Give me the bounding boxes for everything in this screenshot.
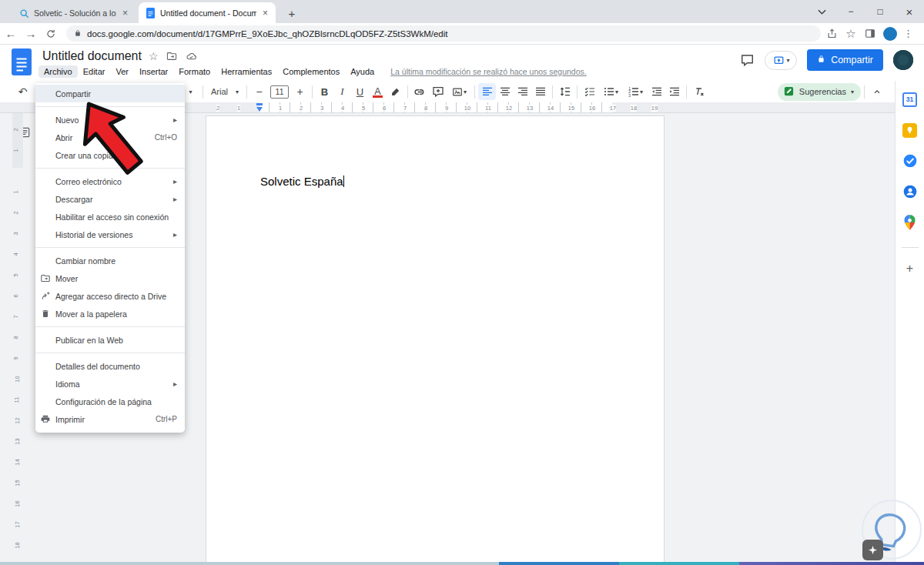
document-title[interactable]: Untitled document: [42, 49, 142, 63]
justify-button[interactable]: [531, 83, 549, 100]
menu-herramientas[interactable]: Herramientas: [216, 65, 277, 78]
explore-button[interactable]: [862, 540, 883, 560]
account-avatar[interactable]: [893, 50, 913, 70]
forward-icon[interactable]: →: [22, 25, 40, 43]
browser-menu-icon[interactable]: ⋮: [897, 28, 921, 39]
font-size-increase-button[interactable]: +: [291, 83, 309, 100]
suggestions-label: Sugerencias: [799, 87, 846, 96]
file-menu-item-idioma[interactable]: Idioma▸: [35, 375, 185, 393]
red-arrow-annotation: [65, 89, 157, 182]
bulleted-list-icon[interactable]: ▾: [598, 83, 623, 100]
file-menu-item-habilitar-el-acceso-sin-conexion[interactable]: Habilitar el acceso sin conexión: [35, 208, 185, 226]
last-modified-link[interactable]: La última modificación se realizó hace u…: [390, 67, 586, 76]
first-line-indent-marker[interactable]: [256, 103, 263, 105]
font-size-input[interactable]: 11: [270, 85, 289, 99]
google-maps-icon[interactable]: [902, 215, 918, 230]
suggestions-mode-button[interactable]: Sugerencias ▾: [778, 83, 861, 101]
google-keep-icon[interactable]: [902, 122, 918, 138]
insert-image-icon[interactable]: ▾: [447, 83, 471, 100]
checklist-icon[interactable]: [581, 83, 598, 100]
menu-archivo[interactable]: Archivo: [38, 65, 78, 78]
browser-tab-solvetic[interactable]: Solvetic - Solución a los problem ×: [12, 3, 136, 23]
menu-separator: [35, 247, 185, 248]
tab-close-icon[interactable]: ×: [121, 8, 129, 18]
url-bar[interactable]: docs.google.com/document/d/17GMPrrE_9XoE…: [66, 25, 821, 42]
file-menu-item-mover-a-la-papelera[interactable]: Mover a la papelera: [35, 305, 185, 323]
google-contacts-icon[interactable]: [902, 184, 918, 199]
menu-complementos[interactable]: Complementos: [277, 65, 345, 78]
add-comment-icon[interactable]: [429, 83, 447, 100]
reload-icon[interactable]: [42, 25, 60, 43]
file-menu-item-historial-de-versiones[interactable]: Historial de versiones▸: [35, 226, 185, 243]
insert-link-icon[interactable]: [411, 83, 429, 100]
menu-editar[interactable]: Editar: [78, 65, 111, 78]
side-panel-icon[interactable]: [862, 25, 879, 42]
increase-indent-icon[interactable]: [665, 83, 683, 100]
document-page[interactable]: Solvetic España: [206, 115, 665, 565]
file-menu-item-mover[interactable]: Mover: [35, 269, 185, 287]
align-right-button[interactable]: [514, 83, 531, 100]
google-calendar-icon[interactable]: 31: [902, 92, 918, 107]
share-button[interactable]: Compartir: [807, 49, 883, 71]
close-button[interactable]: ×: [895, 0, 924, 23]
new-tab-button[interactable]: +: [283, 7, 300, 20]
align-center-button[interactable]: [496, 83, 514, 100]
text-color-button[interactable]: A: [369, 83, 387, 100]
font-size-decrease-button[interactable]: −: [250, 83, 268, 100]
line-spacing-icon[interactable]: [556, 83, 574, 100]
back-icon[interactable]: ←: [2, 25, 20, 43]
bookmark-star-icon[interactable]: ☆: [842, 25, 859, 42]
minimize-button[interactable]: −: [836, 0, 865, 23]
undo-icon[interactable]: ↶: [14, 83, 32, 100]
google-tasks-icon[interactable]: [902, 153, 918, 169]
browser-toolbar: ← → docs.google.com/document/d/17GMPrrE_…: [0, 23, 924, 45]
menu-ver[interactable]: Ver: [110, 65, 134, 78]
tab-close-icon[interactable]: ×: [261, 8, 270, 18]
docs-menubar: Archivo Editar Ver Insertar Formato Herr…: [38, 65, 587, 79]
chevron-down-icon: ▾: [851, 89, 854, 95]
share-page-icon[interactable]: [823, 25, 840, 42]
collapse-toolbar-icon[interactable]: [868, 83, 886, 100]
document-text[interactable]: Solvetic España: [260, 175, 344, 188]
star-document-icon[interactable]: ☆: [149, 50, 159, 62]
highlight-color-button[interactable]: [387, 83, 404, 100]
document-status-cloud-icon[interactable]: [185, 51, 198, 62]
clear-formatting-icon[interactable]: [690, 83, 708, 100]
font-family-select[interactable]: Arial ▾: [206, 83, 243, 100]
file-menu-item-publicar-en-la-web[interactable]: Publicar en la Web: [35, 331, 185, 349]
maximize-button[interactable]: □: [865, 0, 895, 23]
browser-tab-docs[interactable]: Untitled document - Documento ×: [139, 2, 276, 23]
menu-separator: [35, 326, 185, 327]
tab-search-icon[interactable]: [807, 0, 836, 23]
italic-button[interactable]: I: [333, 83, 351, 100]
left-indent-marker[interactable]: [256, 107, 263, 112]
ruler-number: 9: [12, 356, 19, 359]
align-left-button[interactable]: [478, 83, 496, 100]
menu-formato[interactable]: Formato: [173, 65, 216, 78]
menu-ayuda[interactable]: Ayuda: [345, 65, 380, 78]
file-menu-item-configuracion-de-la-pagina[interactable]: Configuración de la página: [35, 393, 185, 410]
file-menu-item-imprimir[interactable]: ImprimirCtrl+P: [35, 410, 185, 428]
google-docs-logo-icon[interactable]: [12, 48, 32, 79]
file-menu-item-cambiar-nombre[interactable]: Cambiar nombre: [35, 252, 185, 269]
menu-item-shortcut: Ctrl+P: [156, 415, 185, 423]
menu-insertar[interactable]: Insertar: [134, 65, 173, 78]
get-addons-button[interactable]: +: [906, 262, 913, 276]
browser-profile-avatar[interactable]: [883, 27, 897, 41]
menu-item-label: Configuración de la página: [55, 397, 177, 406]
sidebar-divider: [902, 247, 919, 248]
file-menu-item-agregar-acceso-directo-a-drive[interactable]: Agregar acceso directo a Drive: [35, 287, 185, 305]
present-to-meeting-button[interactable]: ▾: [765, 51, 797, 70]
comment-history-icon[interactable]: [740, 53, 755, 67]
underline-button[interactable]: U: [351, 83, 369, 100]
decrease-indent-icon[interactable]: [648, 83, 665, 100]
ruler-number: 10: [14, 376, 21, 382]
ruler-number: 10: [464, 105, 470, 112]
move-document-icon[interactable]: [166, 51, 178, 62]
file-menu-item-detalles-del-documento[interactable]: Detalles del documento: [35, 357, 185, 375]
file-menu-item-descargar[interactable]: Descargar▸: [35, 190, 185, 208]
vertical-ruler[interactable]: 21123456789101112131415161718: [12, 113, 23, 562]
numbered-list-icon[interactable]: 123 ▾: [623, 83, 648, 100]
bold-button[interactable]: B: [316, 83, 333, 100]
menu-item-label: Mover: [55, 274, 177, 283]
